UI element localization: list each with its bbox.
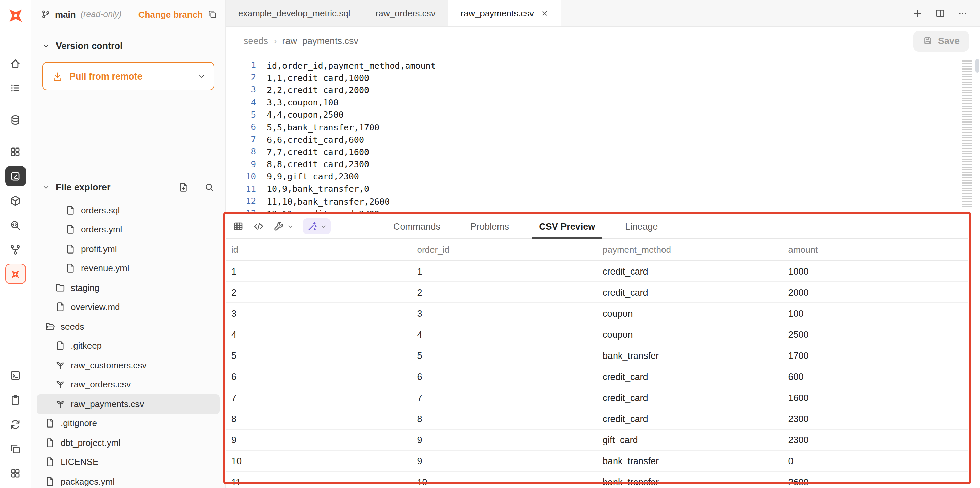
tree-item[interactable]: raw_customers.csv	[37, 355, 220, 375]
editor-icon[interactable]	[5, 166, 25, 186]
table-cell: 9	[412, 456, 598, 466]
search-code-icon[interactable]	[5, 215, 25, 235]
code-icon[interactable]	[253, 221, 264, 232]
line-number: 7	[226, 135, 256, 144]
table-cell: 1000	[783, 266, 969, 276]
table-cell: 2	[226, 287, 412, 297]
table-row: 3 3 coupon 100	[226, 303, 969, 324]
tree-item[interactable]: seeds	[37, 317, 220, 336]
package-icon[interactable]	[5, 190, 25, 211]
breadcrumb-separator-icon: ›	[274, 35, 277, 46]
fork-icon[interactable]	[5, 239, 25, 260]
table-cell: credit_card	[597, 266, 783, 276]
tree-item[interactable]: orders.yml	[37, 220, 220, 239]
database-icon[interactable]	[5, 109, 25, 130]
breadcrumb: seeds › raw_payments.csv Save	[226, 27, 980, 55]
table-row: 10 9 bank_transfer 0	[226, 451, 969, 472]
table-icon[interactable]	[233, 221, 243, 232]
grid-icon[interactable]	[5, 141, 25, 162]
save-button[interactable]: Save	[914, 30, 969, 51]
tree-item-label: packages.yml	[60, 477, 115, 486]
code-line: 6 5,5,bank_transfer,1700	[226, 121, 980, 133]
editor-tab[interactable]: raw_orders.csv	[363, 0, 449, 26]
line-number: 5	[226, 110, 256, 120]
panel-tab[interactable]: CSV Preview	[524, 215, 610, 238]
panel-tab-label: Commands	[393, 221, 440, 231]
tree-item[interactable]: revenue.yml	[37, 258, 220, 278]
code-editor[interactable]: 1 id,order_id,payment_method,amount 2 1,…	[226, 55, 980, 212]
table-cell: 0	[783, 456, 969, 466]
version-control-title: Version control	[56, 40, 123, 51]
app-root: main (read-only) Change branch Version c…	[0, 0, 980, 488]
table-row: 11 10 bank_transfer 2600	[226, 472, 969, 488]
tree-item[interactable]: orders.sql	[37, 201, 220, 220]
panel-tab[interactable]: Commands	[379, 215, 455, 238]
dbt-logo[interactable]	[5, 5, 25, 26]
tree-item[interactable]: .gitkeep	[37, 336, 220, 355]
editor-tab[interactable]: example_develop_metric.sql	[226, 0, 363, 26]
table-cell: 2300	[783, 414, 969, 424]
outline-icon[interactable]	[5, 78, 25, 98]
magic-wand-dropdown[interactable]	[303, 218, 331, 234]
line-text: id,order_id,payment_method,amount	[267, 60, 436, 70]
tree-item[interactable]: .gitignore	[37, 414, 220, 433]
file-icon	[65, 263, 76, 274]
code-line: 5 4,4,coupon,2500	[226, 109, 980, 121]
scrollbar-thumb[interactable]	[975, 59, 979, 73]
magic-wand-icon	[307, 221, 318, 232]
file-icon	[65, 244, 76, 254]
file-explorer-section: File explorer orders.sql	[31, 177, 225, 488]
line-number: 12	[226, 196, 256, 206]
tree-item[interactable]: LICENSE	[37, 452, 220, 472]
table-cell: 2000	[783, 287, 969, 297]
tree-item[interactable]: raw_orders.csv	[37, 375, 220, 394]
file-explorer-header[interactable]: File explorer	[31, 177, 225, 196]
terminal-icon[interactable]	[5, 365, 25, 385]
version-control-header[interactable]: Version control	[42, 36, 215, 55]
panel-tab[interactable]: Lineage	[610, 215, 673, 238]
bottom-panel: Commands Problems CSV Preview Lineage	[223, 212, 971, 484]
split-editor-icon[interactable]	[935, 8, 945, 18]
file-icon	[45, 418, 55, 429]
home-icon[interactable]	[5, 53, 25, 73]
apps-icon[interactable]	[5, 463, 25, 483]
code-line: 3 2,2,credit_card,2000	[226, 84, 980, 96]
tree-item[interactable]: profit.yml	[37, 239, 220, 258]
tab-actions	[900, 0, 980, 26]
table-cell: 9	[226, 435, 412, 445]
change-branch-link[interactable]: Change branch	[138, 9, 203, 19]
new-tab-icon[interactable]	[913, 8, 923, 18]
new-file-icon[interactable]	[178, 182, 189, 192]
breadcrumb-parent[interactable]: seeds	[243, 36, 268, 46]
pull-dropdown-button[interactable]	[189, 63, 214, 90]
copy-branch-icon[interactable]	[208, 10, 217, 19]
tree-item[interactable]: dbt_project.yml	[37, 433, 220, 452]
dbt-docs-icon[interactable]	[5, 264, 25, 284]
code-line: 8 7,7,credit_card,1600	[226, 146, 980, 158]
table-cell: credit_card	[597, 393, 783, 403]
panel-tab-label: Lineage	[625, 221, 658, 231]
pull-from-remote-button[interactable]: Pull from remote	[42, 62, 215, 90]
search-icon[interactable]	[204, 182, 215, 192]
minimap[interactable]	[962, 60, 972, 207]
table-cell: 600	[783, 371, 969, 382]
wrench-dropdown[interactable]	[274, 221, 293, 232]
tree-item-label: .gitkeep	[71, 341, 102, 351]
tree-item[interactable]: packages.yml	[37, 472, 220, 488]
line-text: 2,2,credit_card,2000	[267, 85, 369, 95]
close-icon[interactable]	[541, 9, 548, 17]
branch-bar: main (read-only) Change branch	[31, 0, 225, 29]
tree-item[interactable]: raw_payments.csv	[37, 394, 220, 414]
copy-icon[interactable]	[5, 438, 25, 459]
chevron-down-icon	[321, 223, 327, 230]
editor-tab[interactable]: raw_payments.csv	[449, 0, 561, 26]
more-options-icon[interactable]	[958, 8, 968, 18]
table-cell: 6	[226, 371, 412, 382]
clipboard-icon[interactable]	[5, 390, 25, 410]
tree-item[interactable]: overview.md	[37, 297, 220, 317]
panel-tab[interactable]: Problems	[455, 215, 524, 238]
column-header: order_id	[412, 244, 598, 255]
sync-icon[interactable]	[5, 414, 25, 434]
tree-item[interactable]: staging	[37, 278, 220, 297]
pull-button-main[interactable]: Pull from remote	[43, 63, 189, 90]
